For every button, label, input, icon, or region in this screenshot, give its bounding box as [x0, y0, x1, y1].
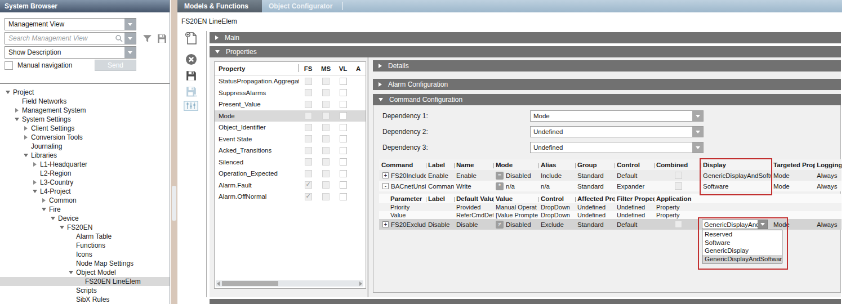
ms-checkbox[interactable]	[322, 78, 330, 85]
fs-checkbox[interactable]	[305, 193, 312, 200]
tree-item[interactable]: Object Model	[0, 268, 170, 277]
tree-item[interactable]: SibX Rules	[0, 295, 170, 304]
send-button[interactable]: Send	[95, 60, 136, 71]
ms-checkbox[interactable]	[322, 193, 330, 200]
parameter-row[interactable]: Priority Provided Manual Operat DropDown…	[379, 203, 842, 211]
tree-item[interactable]: Fire	[0, 205, 170, 214]
fs-checkbox[interactable]	[305, 101, 312, 108]
section-header-main[interactable]: Main	[210, 32, 841, 43]
ms-checkbox[interactable]	[322, 112, 330, 119]
vl-checkbox[interactable]	[340, 158, 347, 166]
tree-item[interactable]: FS20EN	[0, 223, 170, 232]
scroll-left-icon[interactable]	[217, 281, 220, 286]
tab-object-configurator[interactable]: Object Configurator	[262, 0, 342, 12]
property-row[interactable]: Event State	[215, 133, 366, 145]
combined-checkbox[interactable]	[675, 172, 682, 179]
tree-item[interactable]: Common	[0, 196, 170, 205]
ms-checkbox[interactable]	[322, 181, 330, 189]
vl-checkbox[interactable]	[340, 112, 347, 119]
tree-item-selected[interactable]: FS20EN LineElem	[0, 277, 170, 286]
vl-checkbox[interactable]	[340, 135, 347, 142]
property-row[interactable]: Acked_Transitions	[215, 145, 366, 157]
tree-item[interactable]: Client Settings	[0, 124, 170, 133]
tree-item[interactable]: L2-Region	[0, 169, 170, 178]
search-input[interactable]	[5, 34, 115, 43]
property-row[interactable]: Alarm.Fault	[215, 180, 366, 191]
vl-checkbox[interactable]	[340, 170, 347, 177]
expander-icon[interactable]	[14, 108, 20, 113]
tree-item[interactable]: Device	[0, 214, 170, 223]
vl-checkbox[interactable]	[340, 147, 347, 154]
expander-icon[interactable]	[32, 162, 38, 167]
dependency-2-select[interactable]: Undefined	[530, 126, 704, 137]
expander-icon[interactable]	[14, 118, 20, 121]
expander-icon[interactable]	[50, 217, 56, 220]
section-header-details[interactable]: Details	[373, 60, 841, 71]
expander-icon[interactable]	[41, 198, 47, 203]
section-header-properties[interactable]: Properties	[210, 46, 841, 57]
command-row[interactable]: +FS20Include Enable Enable =Disabled Inc…	[379, 170, 842, 181]
tree-item[interactable]: Journaling	[0, 142, 170, 151]
chevron-down-icon[interactable]	[758, 220, 767, 229]
property-row[interactable]: Alarm.OffNormal	[215, 191, 366, 203]
search-options-chevron-icon[interactable]	[124, 33, 136, 44]
expander-icon[interactable]	[32, 190, 38, 193]
manual-navigation-checkbox[interactable]	[5, 61, 13, 70]
ms-checkbox[interactable]	[322, 158, 330, 166]
fs-checkbox[interactable]	[305, 89, 312, 96]
expander-icon[interactable]	[23, 126, 29, 131]
tree-item[interactable]: Node Map Settings	[0, 259, 170, 268]
property-row[interactable]: Present_Value	[215, 99, 366, 110]
vl-checkbox[interactable]	[340, 101, 347, 108]
property-row[interactable]: Operation_Expected	[215, 168, 366, 180]
property-row[interactable]: Silenced	[215, 157, 366, 168]
property-row[interactable]: StatusPropagation.Aggregat	[215, 75, 366, 87]
fs-checkbox[interactable]	[305, 147, 312, 154]
cancel-button[interactable]	[183, 52, 199, 66]
combined-checkbox[interactable]	[675, 221, 682, 228]
expand-icon[interactable]: +	[382, 221, 389, 227]
tab-models-functions[interactable]: Models & Functions	[177, 0, 262, 12]
chevron-down-icon[interactable]	[692, 111, 703, 121]
tree-item[interactable]: Field Networks	[0, 97, 170, 106]
dropdown-option[interactable]: GenericDisplay	[702, 247, 782, 255]
fs-checkbox[interactable]	[305, 112, 312, 119]
fs-checkbox[interactable]	[305, 158, 312, 166]
scrollbar-thumb[interactable]	[222, 281, 278, 286]
fs-checkbox[interactable]	[305, 170, 312, 177]
tree-item[interactable]: Project	[0, 88, 170, 97]
panel-splitter[interactable]	[171, 0, 177, 304]
expander-icon[interactable]	[32, 180, 38, 185]
vl-checkbox[interactable]	[340, 124, 347, 131]
view-selector[interactable]: Management View	[5, 18, 136, 30]
vl-checkbox[interactable]	[340, 181, 347, 189]
property-row-selected[interactable]: Mode	[215, 110, 366, 122]
splitter-handle[interactable]	[172, 186, 176, 221]
tree-item[interactable]: Alarm Table	[0, 232, 170, 241]
vl-checkbox[interactable]	[340, 89, 347, 96]
collapse-icon[interactable]: -	[382, 183, 389, 189]
ms-checkbox[interactable]	[322, 135, 330, 142]
expander-icon[interactable]	[68, 271, 74, 274]
inner-splitter[interactable]	[367, 57, 369, 297]
dropdown-option[interactable]: Reserved	[702, 230, 782, 239]
property-row[interactable]: SuppressAlarms	[215, 87, 366, 99]
expand-icon[interactable]: +	[382, 172, 389, 178]
description-selector[interactable]: Show Description	[5, 46, 136, 59]
dropdown-option[interactable]: Software	[702, 239, 782, 247]
tree-item[interactable]: Scripts	[0, 286, 170, 295]
expander-icon[interactable]	[59, 226, 65, 229]
expander-icon[interactable]	[5, 91, 11, 94]
tree-item[interactable]: Management System	[0, 106, 170, 115]
column-settings-button[interactable]	[183, 99, 199, 113]
chevron-down-icon[interactable]	[124, 47, 136, 58]
vl-checkbox[interactable]	[340, 78, 347, 85]
tree-item[interactable]: L1-Headquarter	[0, 160, 170, 169]
chevron-down-icon[interactable]	[692, 127, 703, 137]
tree-item[interactable]: Conversion Tools	[0, 133, 170, 142]
ms-checkbox[interactable]	[322, 101, 330, 108]
tree-item[interactable]: L4-Project	[0, 187, 170, 196]
section-header-command-configuration[interactable]: Command Configuration	[373, 94, 841, 105]
fs-checkbox[interactable]	[305, 124, 312, 131]
expander-icon[interactable]	[23, 154, 29, 157]
